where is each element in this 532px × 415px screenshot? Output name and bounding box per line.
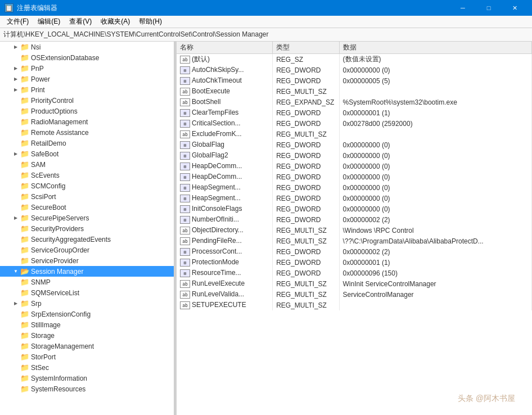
- reg-data-cell: [339, 86, 531, 97]
- tree-item[interactable]: ▶📁SafeBoot: [0, 148, 174, 159]
- menu-help[interactable]: 帮助(H): [134, 16, 166, 28]
- reg-data-cell: 0x00000000 (0): [339, 204, 531, 214]
- folder-icon: 📁: [20, 256, 29, 265]
- reg-name-cell: ⊞CriticalSection...: [177, 118, 273, 129]
- tree-item[interactable]: 📁Remote Assistance: [0, 127, 174, 138]
- tree-item[interactable]: 📁SecureBoot: [0, 202, 174, 213]
- folder-icon: 📁: [20, 288, 29, 297]
- tree-item-label: Nsi: [31, 43, 40, 51]
- table-row[interactable]: ⊞NumberOfIniti...REG_DWORD0x00000002 (2): [177, 214, 532, 225]
- table-row[interactable]: ⊞CriticalSection...REG_DWORD0x00278d00 (…: [177, 118, 532, 129]
- tree-item[interactable]: 📁Storage: [0, 330, 174, 341]
- reg-data-cell: 0x00000001 (1): [339, 107, 531, 118]
- reg-name: HeapSegment...: [192, 194, 241, 202]
- tree-item[interactable]: 📁StillImage: [0, 319, 174, 330]
- table-row[interactable]: ⊞InitConsoleFlagsREG_DWORD0x00000000 (0): [177, 204, 532, 214]
- reg-value-icon: ⊞: [180, 77, 190, 85]
- tree-item-label: RetailDemo: [31, 139, 66, 147]
- table-row[interactable]: ab(默认)REG_SZ(数值未设置): [177, 54, 532, 65]
- tree-expand-icon: ▶: [11, 85, 20, 94]
- tree-item[interactable]: ▶📁Srp: [0, 298, 174, 309]
- reg-type-cell: REG_SZ: [273, 54, 339, 65]
- tree-item[interactable]: 📁SrpExtensionConfig: [0, 309, 174, 319]
- table-row[interactable]: ⊞HeapSegment...REG_DWORD0x00000000 (0): [177, 193, 532, 204]
- tree-item[interactable]: 📁StorPort: [0, 351, 174, 362]
- tree-item[interactable]: 📁SCMConfig: [0, 181, 174, 191]
- tree-item[interactable]: 📁ProductOptions: [0, 106, 174, 116]
- tree-expand-icon: [11, 342, 20, 351]
- table-row[interactable]: abBootExecuteREG_MULTI_SZ: [177, 86, 532, 97]
- table-row[interactable]: abRunLevelExecuteREG_MULTI_SZWinInit Ser…: [177, 278, 532, 289]
- tree-expand-icon: [11, 288, 20, 297]
- tree-item[interactable]: 📁SecurityAggregatedEvents: [0, 234, 174, 245]
- menu-edit[interactable]: 编辑(E): [33, 16, 65, 28]
- tree-panel: ▶📁Nsi📁OSExtensionDatabase▶📁PnP▶📁Power▶📁P…: [0, 42, 174, 415]
- tree-item[interactable]: ▶📁SecurePipeServers: [0, 213, 174, 223]
- tree-item[interactable]: 📁ScsiPort: [0, 191, 174, 202]
- tree-item[interactable]: 📁ServiceGroupOrder: [0, 245, 174, 255]
- reg-name: ResourceTime...: [192, 269, 241, 277]
- table-row[interactable]: ⊞HeapDeComm...REG_DWORD0x00000000 (0): [177, 172, 532, 182]
- tree-expand-icon: [11, 385, 20, 394]
- reg-type-cell: REG_DWORD: [273, 118, 339, 129]
- tree-item[interactable]: 📁RetailDemo: [0, 138, 174, 148]
- tree-item-label: PriorityControl: [31, 97, 74, 105]
- tree-item[interactable]: ▶📁Power: [0, 74, 174, 84]
- tree-item[interactable]: 📁ScEvents: [0, 170, 174, 181]
- tree-item[interactable]: 📁SNMP: [0, 277, 174, 287]
- table-row[interactable]: ⊞HeapSegment...REG_DWORD0x00000000 (0): [177, 182, 532, 193]
- reg-name: GlobalFlag2: [192, 151, 228, 159]
- reg-type-cell: REG_DWORD: [273, 268, 339, 278]
- tree-item[interactable]: 📁SystemInformation: [0, 373, 174, 384]
- menu-view[interactable]: 查看(V): [65, 16, 96, 28]
- tree-item[interactable]: 📁SAM: [0, 159, 174, 170]
- table-row[interactable]: ⊞GlobalFlagREG_DWORD0x00000000 (0): [177, 139, 532, 150]
- tree-item[interactable]: 📁ServiceProvider: [0, 255, 174, 266]
- table-row[interactable]: ⊞AutoChkSkipSy...REG_DWORD0x00000000 (0): [177, 65, 532, 75]
- table-row[interactable]: ⊞ProtectionModeREG_DWORD0x00000001 (1): [177, 257, 532, 268]
- table-row[interactable]: ⊞ProcessorCont...REG_DWORD0x00000002 (2): [177, 246, 532, 257]
- table-row[interactable]: abObjectDirectory...REG_MULTI_SZ\Windows…: [177, 225, 532, 236]
- table-row[interactable]: ⊞ResourceTime...REG_DWORD0x00000096 (150…: [177, 268, 532, 278]
- minimize-button[interactable]: ─: [450, 0, 476, 16]
- registry-table: 名称 类型 数据 ab(默认)REG_SZ(数值未设置)⊞AutoChkSkip…: [177, 42, 532, 310]
- table-row[interactable]: abPendingFileRe...REG_MULTI_SZ\??\C:\Pro…: [177, 236, 532, 246]
- tree-item[interactable]: 📁StorageManagement: [0, 341, 174, 351]
- col-data: 数据: [339, 42, 531, 54]
- folder-icon: 📁: [20, 299, 29, 308]
- tree-item[interactable]: ▼📂Session Manager: [0, 266, 174, 277]
- table-row[interactable]: abExcludeFromK...REG_MULTI_SZ: [177, 129, 532, 139]
- close-button[interactable]: ✕: [502, 0, 528, 16]
- table-row[interactable]: abSETUPEXECUTEREG_MULTI_SZ: [177, 300, 532, 310]
- tree-item-label: SQMServiceList: [31, 289, 79, 297]
- menu-file[interactable]: 文件(F): [2, 16, 33, 28]
- tree-item[interactable]: 📁SQMServiceList: [0, 287, 174, 298]
- tree-item[interactable]: ▶📁PnP: [0, 63, 174, 74]
- tree-item[interactable]: 📁SecurityProviders: [0, 223, 174, 234]
- table-row[interactable]: ⊞ClearTempFilesREG_DWORD0x00000001 (1): [177, 107, 532, 118]
- reg-data-cell: 0x00000000 (0): [339, 65, 531, 75]
- tree-item[interactable]: 📁StSec: [0, 362, 174, 373]
- tree-item[interactable]: 📁PriorityControl: [0, 95, 174, 106]
- tree-item[interactable]: ▶📁Print: [0, 84, 174, 95]
- table-row[interactable]: abBootShellREG_EXPAND_SZ%SystemRoot%\sys…: [177, 97, 532, 107]
- reg-data-cell: 0x00000000 (0): [339, 139, 531, 150]
- tree-expand-icon: [11, 224, 20, 233]
- table-row[interactable]: ⊞GlobalFlag2REG_DWORD0x00000000 (0): [177, 150, 532, 161]
- reg-type-cell: REG_DWORD: [273, 182, 339, 193]
- table-row[interactable]: abRunLevelValida...REG_MULTI_SZServiceCo…: [177, 289, 532, 300]
- tree-item[interactable]: ▶📁Nsi: [0, 42, 174, 52]
- tree-item[interactable]: 📁SystemResources: [0, 384, 174, 394]
- tree-item[interactable]: 📁RadioManagement: [0, 116, 174, 127]
- folder-icon: 📁: [20, 203, 29, 211]
- tree-item-label: SecureBoot: [31, 204, 66, 211]
- reg-name-cell: ⊞ProcessorCont...: [177, 246, 273, 257]
- menu-favorites[interactable]: 收藏夹(A): [96, 16, 134, 28]
- table-row[interactable]: ⊞HeapDeComm...REG_DWORD0x00000000 (0): [177, 161, 532, 172]
- tree-item[interactable]: 📁OSExtensionDatabase: [0, 52, 174, 63]
- tree-expand-icon: [11, 363, 20, 372]
- table-row[interactable]: ⊞AutoChkTimeoutREG_DWORD0x00000005 (5): [177, 75, 532, 86]
- folder-icon: 📁: [20, 224, 29, 233]
- maximize-button[interactable]: □: [476, 0, 502, 16]
- tree-item-label: Srp: [31, 300, 42, 308]
